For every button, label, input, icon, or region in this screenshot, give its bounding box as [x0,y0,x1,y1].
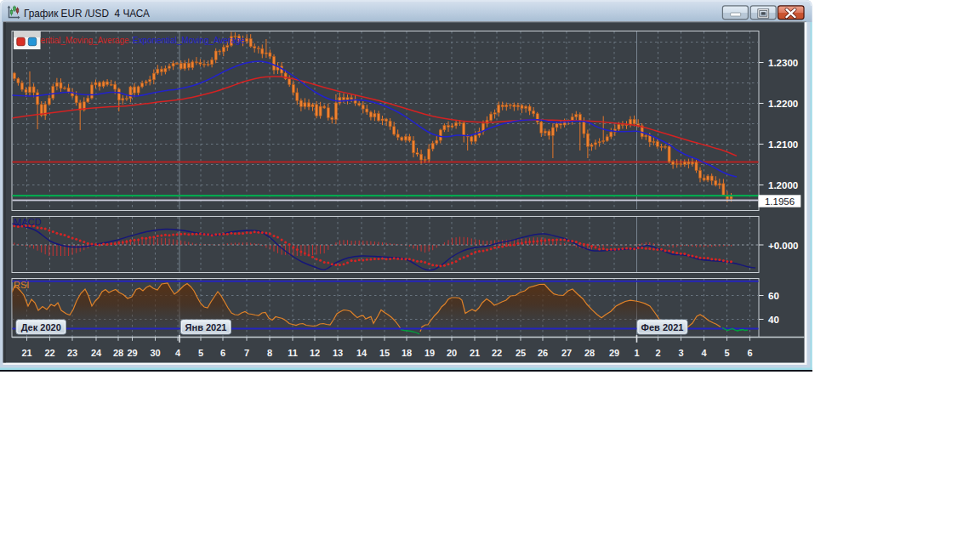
svg-text:23: 23 [67,348,77,358]
svg-text:8: 8 [267,348,272,358]
svg-text:1.1956: 1.1956 [765,196,795,207]
svg-text:15: 15 [379,348,390,358]
svg-text:40: 40 [768,315,779,325]
svg-text:1: 1 [634,348,639,358]
svg-text:21: 21 [21,348,31,358]
svg-text:18: 18 [402,348,412,358]
svg-text:Дек 2020: Дек 2020 [21,322,61,332]
svg-text:5: 5 [198,348,203,358]
svg-text:26: 26 [538,348,548,358]
svg-text:1.2100: 1.2100 [768,139,798,150]
svg-text:28: 28 [584,348,595,358]
svg-text:14: 14 [356,348,368,358]
svg-text:1.2200: 1.2200 [768,99,798,109]
svg-text:25: 25 [516,348,526,358]
svg-text:Фев 2021: Фев 2021 [641,322,684,332]
svg-text:22: 22 [492,348,502,358]
svg-text:11: 11 [288,348,298,358]
svg-text:60: 60 [768,291,779,301]
svg-text:Exponential_Moving_Average: Exponential_Moving_Average [133,35,245,45]
svg-text:Янв 2021: Янв 2021 [185,322,227,332]
svg-text:График EUR /USD 4 ЧАСА: График EUR /USD 4 ЧАСА [24,7,150,20]
svg-text:30: 30 [150,348,160,358]
svg-text:29: 29 [127,348,137,358]
svg-text:3: 3 [678,348,683,358]
svg-text:MACD: MACD [14,217,41,227]
svg-text:21: 21 [470,348,480,358]
svg-text:5: 5 [724,348,729,358]
svg-text:7: 7 [244,348,249,358]
svg-text:4: 4 [175,348,181,358]
svg-text:4: 4 [701,348,707,358]
svg-text:RSI: RSI [14,280,29,290]
svg-text:1.2000: 1.2000 [768,180,798,190]
svg-text:ential_Moving_Average: ential_Moving_Average [41,35,129,45]
svg-text:13: 13 [333,348,343,358]
svg-text:+0.000: +0.000 [768,241,799,251]
svg-text:19: 19 [424,348,435,358]
svg-text:20: 20 [447,348,457,358]
svg-text:24: 24 [91,348,102,358]
svg-text:6: 6 [747,348,752,358]
svg-text:12: 12 [310,348,320,358]
svg-text:22: 22 [44,348,54,358]
svg-text:28: 28 [113,348,123,358]
svg-text:29: 29 [609,348,619,358]
svg-text:27: 27 [561,348,572,358]
svg-text:6: 6 [220,348,225,358]
svg-text:2: 2 [655,348,660,358]
svg-text:1.2300: 1.2300 [768,58,798,68]
